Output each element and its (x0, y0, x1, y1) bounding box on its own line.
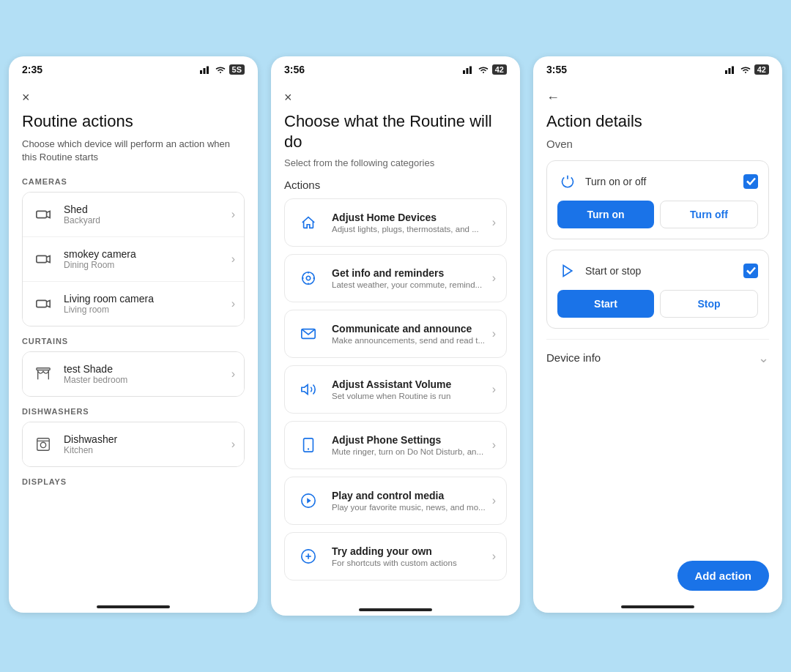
action-info-media: Play and control media Play your favorit… (332, 490, 492, 512)
play-icon (295, 488, 322, 514)
action-desc-reminders: Latest weather, your commute, remind... (332, 280, 492, 289)
chevron-media: › (492, 494, 496, 507)
action-media[interactable]: Play and control media Play your favorit… (284, 477, 507, 525)
svg-marker-29 (563, 265, 572, 276)
status-icons-1: 5S (200, 64, 245, 75)
action-info-reminders[interactable]: Get info and reminders Latest weather, y… (284, 254, 507, 302)
svg-point-15 (302, 272, 315, 285)
action-volume[interactable]: Adjust Assistant Volume Set volume when … (284, 365, 507, 414)
action-name-reminders: Get info and reminders (332, 267, 492, 279)
close-button-2[interactable]: × (284, 87, 292, 111)
power-checkbox[interactable] (743, 174, 758, 189)
svg-point-16 (306, 276, 311, 280)
device-room-shade: Master bedroom (64, 375, 231, 385)
home-bar-3 (621, 605, 694, 608)
screen2-title: Choose what the Routine will do (284, 111, 507, 152)
device-room-shed: Backyard (64, 215, 231, 225)
start-checkbox[interactable] (743, 264, 758, 278)
device-living-camera[interactable]: Living room camera Living room › (23, 282, 244, 326)
screen3-content: ← Action details Oven Turn on or off (533, 80, 782, 600)
battery-3: 42 (754, 64, 769, 75)
device-info-smokey: smokey camera Dining Room (64, 248, 231, 270)
action-custom[interactable]: Try adding your own For shortcuts with c… (284, 532, 507, 580)
volume-icon (295, 376, 322, 403)
screen2-content: × Choose what the Routine will do Select… (271, 80, 520, 602)
close-button-1[interactable]: × (22, 87, 30, 111)
wifi-icon-2 (478, 65, 489, 74)
dishwasher-icon (31, 433, 55, 456)
action-name-custom: Try adding your own (332, 545, 492, 557)
home-indicator-1 (9, 600, 258, 613)
turn-on-button[interactable]: Turn on (557, 201, 654, 228)
device-shade[interactable]: test Shade Master bedroom › (23, 352, 244, 396)
screen-routine-actions: 2:35 5S × Routine actions Choose which d… (9, 56, 258, 613)
chevron-phone: › (492, 438, 496, 452)
home-bar-1 (97, 605, 170, 608)
device-name-shed: Shed (64, 204, 231, 215)
communicate-icon (295, 321, 322, 347)
chevron-smokey: › (231, 253, 235, 266)
phone-icon (295, 432, 322, 458)
action-desc-communicate: Make announcements, send and read t... (332, 336, 492, 345)
action-name-volume: Adjust Assistant Volume (332, 378, 492, 390)
dishwashers-list: Dishwasher Kitchen › (22, 422, 245, 467)
chevron-down-icon: ⌄ (758, 350, 769, 366)
svg-marker-18 (302, 385, 308, 395)
svg-rect-3 (37, 211, 47, 217)
action-desc-home: Adjust lights, plugs, thermostats, and .… (332, 225, 492, 234)
home-bar-2 (359, 608, 432, 611)
action-name-media: Play and control media (332, 490, 492, 501)
signal-icon-3 (725, 65, 737, 74)
device-room-dishwasher: Kitchen (64, 445, 231, 455)
custom-icon (295, 543, 322, 570)
device-smokey[interactable]: smokey camera Dining Room › (23, 237, 244, 282)
action-desc-custom: For shortcuts with custom actions (332, 559, 492, 567)
time-3: 3:55 (546, 64, 567, 75)
chevron-living: › (231, 297, 235, 310)
add-action-button[interactable]: Add action (677, 561, 770, 591)
chevron-custom: › (492, 550, 496, 563)
device-info-living: Living room camera Living room (64, 293, 231, 315)
radio-icon (295, 265, 322, 291)
screen-action-details: 3:55 42 ← Action details Oven Turn (533, 56, 782, 613)
signal-icon-2 (463, 65, 475, 74)
action-desc-volume: Set volume when Routine is run (332, 392, 492, 400)
device-room-living: Living room (64, 305, 231, 315)
action-info-custom: Try adding your own For shortcuts with c… (332, 545, 492, 567)
action-info-home: Adjust Home Devices Adjust lights, plugs… (332, 212, 492, 234)
device-shed[interactable]: Shed Backyard › (23, 193, 244, 237)
screen1-title: Routine actions (22, 111, 245, 132)
action-communicate[interactable]: Communicate and announce Make announceme… (284, 310, 507, 358)
svg-marker-22 (307, 498, 311, 503)
actions-label: Actions (284, 179, 507, 191)
back-button[interactable]: ← (546, 87, 560, 111)
camera-icon-smokey (31, 247, 55, 271)
status-icons-2: 42 (463, 64, 507, 75)
status-bar-3: 3:55 42 (533, 56, 782, 80)
action-info-reminders-info: Get info and reminders Latest weather, y… (332, 267, 492, 289)
action-home-devices[interactable]: Adjust Home Devices Adjust lights, plugs… (284, 198, 507, 247)
action-name-home: Adjust Home Devices (332, 212, 492, 223)
section-displays: DISPLAYS (22, 477, 245, 486)
chevron-home: › (492, 216, 496, 229)
detail-device: Oven (546, 138, 769, 150)
camera-icon-living (31, 292, 55, 316)
device-dishwasher[interactable]: Dishwasher Kitchen › (23, 422, 244, 466)
action-phone[interactable]: Adjust Phone Settings Mute ringer, turn … (284, 421, 507, 469)
start-button[interactable]: Start (557, 290, 654, 318)
screen-choose-action: 3:56 42 × Choose what the Routine will d… (271, 56, 520, 616)
device-info-shed: Shed Backyard (64, 204, 231, 225)
svg-rect-14 (469, 67, 472, 75)
svg-rect-28 (732, 67, 734, 75)
svg-rect-9 (37, 438, 50, 451)
status-bar-2: 3:56 42 (271, 56, 520, 80)
power-toggle-buttons: Turn on Turn off (557, 201, 758, 228)
screen1-subtitle: Choose which device will perform an acti… (22, 138, 245, 164)
action-name-communicate: Communicate and announce (332, 323, 492, 335)
device-info-dishwasher: Dishwasher Kitchen (64, 433, 231, 455)
stop-button[interactable]: Stop (660, 290, 758, 318)
battery-2: 42 (492, 64, 507, 75)
turn-off-button[interactable]: Turn off (660, 201, 758, 228)
action-info-communicate: Communicate and announce Make announceme… (332, 323, 492, 345)
device-info-section[interactable]: Device info ⌄ (546, 339, 769, 376)
